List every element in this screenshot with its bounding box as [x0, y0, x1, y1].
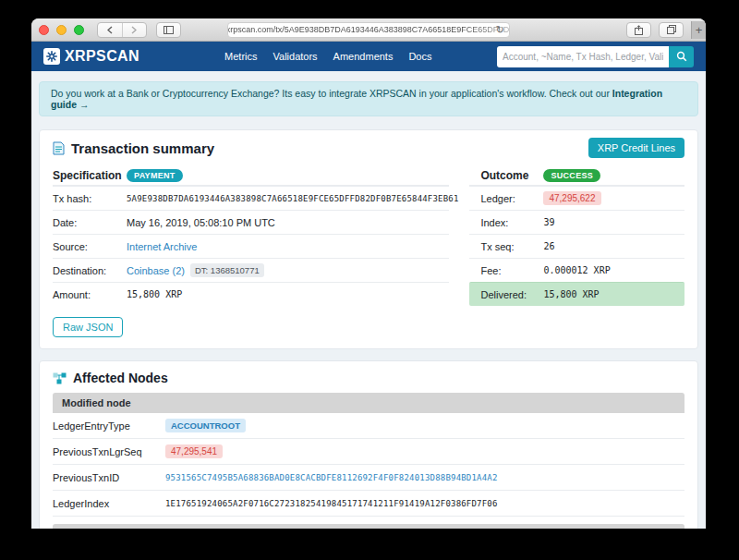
xrpscan-logo-icon: [43, 48, 60, 65]
ledger-index-value: 1E17651924065A2F0716C2723182541984517174…: [165, 499, 498, 508]
source-row: Source: Internet Archive: [53, 234, 449, 258]
document-icon: [53, 141, 65, 155]
banner-text: Do you work at a Bank or Cryptocurrency …: [51, 88, 612, 99]
specification-section: Specification PAYMENT Tx hash: 5A9E938DB…: [53, 165, 469, 306]
new-tab-button[interactable]: +: [691, 21, 706, 39]
amount-value: 15,800 XRP: [127, 289, 182, 299]
close-window-button[interactable]: [39, 25, 49, 35]
zoom-window-button[interactable]: [74, 25, 84, 35]
tx-seq-value: 26: [543, 241, 554, 251]
previous-txn-lgr-seq-badge[interactable]: 47,295,541: [165, 444, 223, 458]
destination-tag-badge: DT: 1368510771: [190, 263, 264, 277]
destination-row: Destination: Coinbase (2) DT: 1368510771: [53, 258, 449, 282]
tx-seq-label: Tx seq:: [469, 241, 543, 252]
show-tabs-button[interactable]: [659, 22, 684, 38]
accountroot-badge: ACCOUNTROOT: [165, 419, 246, 432]
address-bar[interactable]: xrpscan.com/tx/5A9E938DB7DA6193446A38389…: [227, 22, 510, 38]
affected-nodes-header: Affected Nodes: [40, 361, 697, 393]
nav-link-metrics[interactable]: Metrics: [224, 51, 257, 62]
browser-window: xrpscan.com/tx/5A9E938DB7DA6193446A38389…: [31, 18, 706, 529]
date-row: Date: May 16, 2019, 05:08:10 PM UTC: [53, 210, 449, 234]
history-nav-buttons: [97, 22, 147, 38]
ledger-entry-type-label: LedgerEntryType: [53, 420, 165, 432]
nav-link-amendments[interactable]: Amendments: [333, 51, 394, 62]
previous-txn-id-link[interactable]: 9531565C7495B5A68836BAD0E8CACBDFE8112692…: [165, 473, 498, 482]
back-button[interactable]: [98, 23, 123, 37]
sidebar-icon: [164, 26, 174, 34]
reload-icon[interactable]: ↻: [496, 24, 504, 36]
tx-seq-row: Tx seq: 26: [469, 234, 684, 258]
fee-value: 0.000012 XRP: [543, 265, 610, 275]
index-row: Index: 39: [469, 210, 684, 234]
modified-node-rows: LedgerEntryType ACCOUNTROOT PreviousTxnL…: [53, 413, 684, 517]
ledger-row: Ledger: 47,295,622: [469, 186, 684, 210]
traffic-lights: [39, 25, 84, 35]
modified-node-header-2: Modified node: [53, 524, 684, 529]
nav-link-docs[interactable]: Docs: [408, 51, 431, 62]
fee-label: Fee:: [469, 265, 543, 276]
transaction-summary-card: Transaction summary XRP Credit Lines Spe…: [39, 129, 698, 349]
tx-hash-row: Tx hash: 5A9E938DB7DA6193446A383898C7A66…: [53, 186, 449, 210]
share-icon: [635, 25, 643, 35]
date-value: May 16, 2019, 05:08:10 PM UTC: [127, 217, 275, 228]
modified-node-header-1: Modified node: [53, 393, 684, 413]
destination-label: Destination:: [53, 265, 127, 276]
xrp-credit-lines-button[interactable]: XRP Credit Lines: [588, 138, 684, 158]
ledger-label: Ledger:: [469, 193, 543, 204]
amount-row: Amount: 15,800 XRP: [53, 282, 449, 306]
forward-button[interactable]: [123, 23, 147, 37]
summary-columns: Specification PAYMENT Tx hash: 5A9E938DB…: [40, 165, 697, 306]
nodes-icon: [53, 372, 67, 384]
specification-heading: Specification: [53, 169, 127, 182]
delivered-row: Delivered: 15,800 XRP: [469, 282, 684, 306]
affected-nodes-card: Affected Nodes Modified node LedgerEntry…: [39, 360, 698, 529]
ledger-index-label: LedgerIndex: [53, 498, 165, 509]
index-label: Index:: [469, 217, 543, 228]
delivered-value: 15,800 XRP: [543, 289, 599, 299]
tx-hash-value: 5A9E938DB7DA6193446A383898C7A66518E9FCE6…: [127, 194, 459, 203]
search-icon: [676, 51, 687, 62]
xrpscan-logo[interactable]: XRPSCAN: [43, 48, 139, 65]
affected-nodes-title: Affected Nodes: [73, 371, 168, 385]
browser-titlebar: xrpscan.com/tx/5A9E938DB7DA6193446A38389…: [31, 18, 706, 42]
amount-label: Amount:: [53, 289, 127, 300]
site-navbar: XRPSCAN Metrics Validators Amendments Do…: [31, 42, 706, 71]
brand-name: XRPSCAN: [65, 48, 139, 65]
index-value: 39: [543, 217, 554, 227]
previous-txn-id-label: PreviousTxnID: [53, 472, 165, 483]
source-label: Source:: [53, 241, 127, 252]
raw-json-button[interactable]: Raw JSON: [53, 317, 123, 337]
payment-type-badge: PAYMENT: [127, 169, 183, 182]
destination-link[interactable]: Coinbase (2): [127, 265, 185, 276]
search-bar: [497, 46, 694, 67]
previous-txn-lgr-seq-label: PreviousTxnLgrSeq: [53, 446, 165, 457]
search-button[interactable]: [669, 46, 694, 67]
toolbar-right-buttons: +: [626, 21, 698, 39]
share-button[interactable]: [626, 22, 651, 38]
chevron-right-icon: [131, 26, 137, 34]
nav-link-validators[interactable]: Validators: [273, 51, 318, 62]
integration-banner: Do you work at a Bank or Cryptocurrency …: [39, 81, 698, 116]
previous-txn-lgr-seq-row: PreviousTxnLgrSeq 47,295,541: [53, 439, 684, 465]
delivered-label: Delivered:: [469, 289, 543, 300]
tabs-icon: [667, 25, 676, 34]
source-link[interactable]: Internet Archive: [127, 241, 197, 252]
date-label: Date:: [53, 217, 127, 228]
nav-links: Metrics Validators Amendments Docs: [224, 51, 431, 62]
page-content: Do you work at a Bank or Cryptocurrency …: [31, 71, 706, 529]
page-title: Transaction summary: [71, 140, 214, 156]
minimize-window-button[interactable]: [56, 25, 67, 35]
fee-row: Fee: 0.000012 XRP: [469, 258, 684, 282]
url-text: xrpscan.com/tx/5A9E938DB7DA6193446A38389…: [227, 25, 510, 34]
sidebar-toggle-button[interactable]: [156, 22, 181, 38]
ledger-index-row: LedgerIndex 1E17651924065A2F0716C2723182…: [53, 491, 684, 517]
previous-txn-id-row: PreviousTxnID 9531565C7495B5A68836BAD0E8…: [53, 465, 684, 491]
outcome-heading: Outcome: [469, 169, 543, 182]
chevron-left-icon: [107, 26, 113, 34]
success-badge: SUCCESS: [543, 169, 600, 182]
search-input[interactable]: [497, 46, 669, 67]
tx-hash-label: Tx hash:: [53, 193, 127, 204]
transaction-summary-header: Transaction summary XRP Credit Lines: [40, 130, 697, 165]
ledger-entry-type-row: LedgerEntryType ACCOUNTROOT: [53, 413, 684, 439]
ledger-number-badge[interactable]: 47,295,622: [543, 191, 600, 205]
